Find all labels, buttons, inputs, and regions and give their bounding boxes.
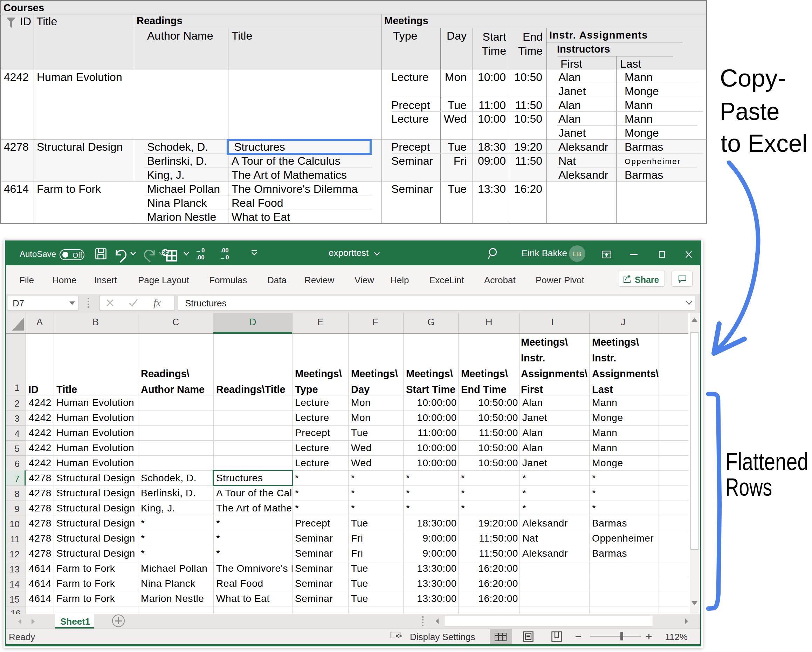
svg-text:←0: ←0 — [195, 247, 205, 254]
svg-text:.00: .00 — [196, 254, 205, 261]
svg-text:.00: .00 — [220, 247, 229, 254]
svg-text:→0: →0 — [220, 254, 229, 261]
